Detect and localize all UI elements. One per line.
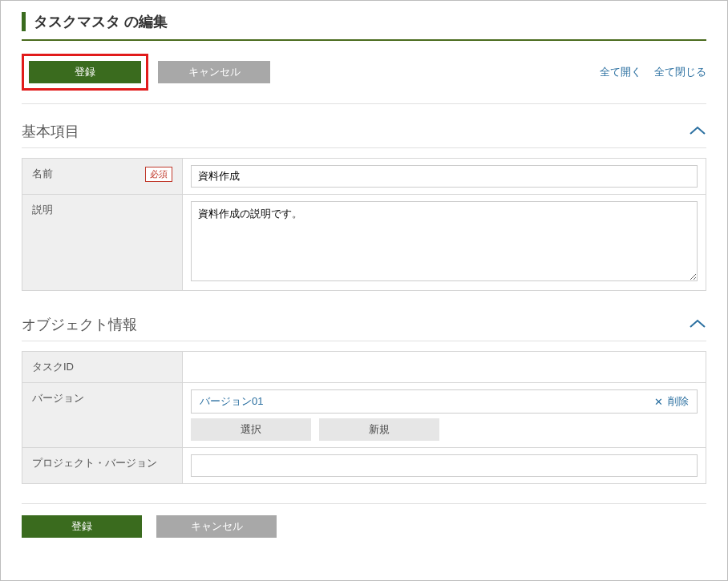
footer-action-row: 登録 キャンセル bbox=[22, 503, 706, 538]
label-description: 説明 bbox=[22, 195, 183, 290]
page-title: タスクマスタ の編集 bbox=[34, 12, 168, 31]
footer-register-button[interactable]: 登録 bbox=[22, 515, 142, 538]
row-name: 名前 必須 bbox=[22, 159, 706, 195]
value-version: バージョン01 ✕ 削除 選択 新規 bbox=[183, 383, 706, 447]
required-badge: 必須 bbox=[145, 167, 172, 182]
top-action-row: 登録 キャンセル 全て開く 全て閉じる bbox=[22, 54, 706, 104]
register-highlight: 登録 bbox=[22, 54, 148, 91]
row-project-version: プロジェクト・バージョン bbox=[22, 448, 706, 483]
value-description bbox=[183, 195, 706, 290]
label-project-version-text: プロジェクト・バージョン bbox=[32, 456, 157, 470]
label-name: 名前 必須 bbox=[22, 159, 183, 194]
version-text[interactable]: バージョン01 bbox=[200, 394, 263, 409]
project-version-input[interactable] bbox=[191, 454, 698, 477]
section-basic: 基本項目 名前 必須 説明 bbox=[22, 117, 706, 291]
chevron-up-icon bbox=[689, 317, 706, 333]
section-basic-title: 基本項目 bbox=[22, 122, 79, 141]
label-name-text: 名前 bbox=[32, 167, 53, 181]
row-description: 説明 bbox=[22, 195, 706, 290]
footer-cancel-button[interactable]: キャンセル bbox=[156, 515, 277, 538]
section-object-header[interactable]: オブジェクト情報 bbox=[22, 310, 706, 341]
description-textarea[interactable] bbox=[191, 201, 698, 281]
label-taskid: タスクID bbox=[22, 352, 183, 382]
label-description-text: 説明 bbox=[32, 203, 53, 217]
cancel-button[interactable]: キャンセル bbox=[158, 61, 270, 83]
version-select-button[interactable]: 選択 bbox=[191, 418, 311, 441]
version-item: バージョン01 ✕ 削除 bbox=[191, 389, 698, 414]
title-accent-bar bbox=[22, 12, 26, 31]
object-form: タスクID バージョン バージョン01 ✕ 削除 bbox=[22, 351, 706, 484]
open-all-link[interactable]: 全て開く bbox=[600, 65, 641, 79]
close-icon: ✕ bbox=[654, 396, 663, 408]
row-version: バージョン バージョン01 ✕ 削除 選択 新規 bbox=[22, 383, 706, 448]
label-taskid-text: タスクID bbox=[32, 360, 74, 374]
name-input[interactable] bbox=[191, 165, 698, 188]
version-delete-label: 削除 bbox=[668, 394, 689, 409]
title-row: タスクマスタ の編集 bbox=[22, 12, 706, 41]
value-project-version bbox=[183, 448, 706, 483]
label-version: バージョン bbox=[22, 383, 183, 447]
section-object-title: オブジェクト情報 bbox=[22, 315, 137, 334]
version-button-row: 選択 新規 bbox=[191, 418, 698, 441]
close-all-link[interactable]: 全て閉じる bbox=[654, 65, 706, 79]
register-button[interactable]: 登録 bbox=[29, 61, 141, 83]
version-delete-link[interactable]: ✕ 削除 bbox=[654, 394, 689, 409]
value-name bbox=[183, 159, 706, 194]
value-taskid bbox=[183, 352, 706, 382]
basic-form: 名前 必須 説明 bbox=[22, 158, 706, 291]
row-taskid: タスクID bbox=[22, 352, 706, 383]
label-version-text: バージョン bbox=[32, 391, 84, 405]
version-new-button[interactable]: 新規 bbox=[319, 418, 439, 441]
section-object: オブジェクト情報 タスクID バージョン バージョン01 bbox=[22, 310, 706, 484]
section-basic-header[interactable]: 基本項目 bbox=[22, 117, 706, 148]
chevron-up-icon bbox=[689, 123, 706, 140]
label-project-version: プロジェクト・バージョン bbox=[22, 448, 183, 483]
